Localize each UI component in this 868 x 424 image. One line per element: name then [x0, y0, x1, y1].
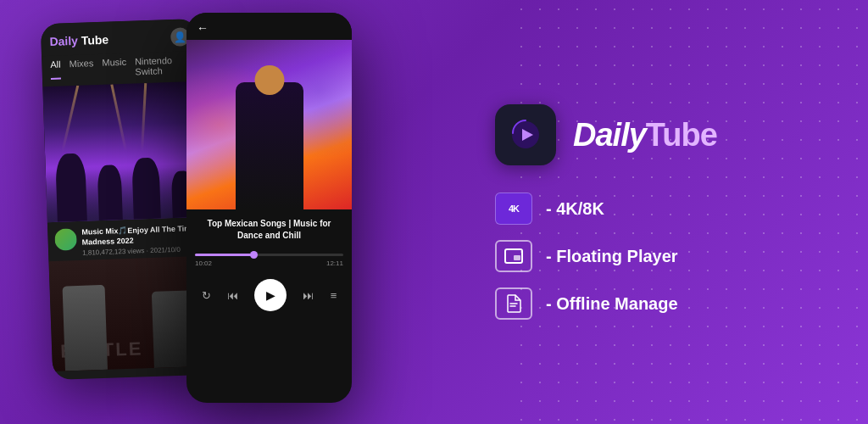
tab-nintendo[interactable]: Nintendo Switch — [135, 54, 191, 76]
title-daily: Daily — [49, 34, 81, 48]
tab-all[interactable]: All — [50, 59, 61, 80]
play-button[interactable]: ▶ — [254, 279, 287, 311]
offline-doc-svg — [506, 294, 521, 313]
feature-icon-offline — [495, 287, 532, 320]
feature-icon-player — [495, 240, 532, 272]
brand-icon-box — [495, 104, 556, 165]
feature-label-player: - Floating Player — [546, 247, 678, 266]
battle-figure-left — [63, 285, 108, 371]
musician-head — [254, 65, 284, 95]
video-title: Music Mix🎵Enjoy All The Time Madness 202… — [81, 224, 198, 248]
feature-label-offline: - Offline Manage — [546, 294, 678, 314]
title-tube: Tube — [81, 33, 109, 47]
phone-front-header: ← — [186, 13, 352, 40]
features-list: 4K - 4K/8K - Floating Player — [495, 192, 817, 320]
channel-avatar — [54, 228, 77, 251]
feature-item-4k: 4K - 4K/8K — [495, 192, 817, 225]
front-video-title: Top Mexican Songs | Music for Dance and … — [195, 218, 343, 242]
musician-body — [236, 82, 303, 209]
floating-player-svg — [504, 248, 523, 264]
video-meta-row: Music Mix🎵Enjoy All The Time Madness 202… — [47, 217, 206, 262]
phones-section: Daily Tube 👤 All Mixes Music Nintendo Sw… — [0, 0, 475, 424]
brand-play-icon — [509, 118, 542, 152]
brand-tube: Tube — [646, 117, 717, 153]
battle-thumbnail — [49, 256, 209, 371]
feature-label-4k: - 4K/8K — [546, 199, 604, 219]
feature-item-player: - Floating Player — [495, 240, 817, 272]
feature-item-offline: - Offline Manage — [495, 287, 817, 320]
video-info-section: Top Mexican Songs | Music for Dance and … — [186, 209, 352, 247]
repeat-button[interactable]: ↻ — [202, 289, 211, 302]
tab-music[interactable]: Music — [102, 57, 127, 78]
brand-row: DailyTube — [495, 104, 817, 165]
right-section: DailyTube 4K - 4K/8K - Floating Player — [478, 0, 868, 424]
progress-section: 10:02 12:11 — [186, 247, 352, 271]
progress-bar-bg[interactable] — [195, 254, 343, 256]
svg-rect-1 — [514, 255, 520, 260]
video-stats: 1,810,472,123 views · 2021/10/0 — [82, 245, 198, 257]
prev-button[interactable]: ⏮ — [227, 289, 238, 302]
time-labels: 10:02 12:11 — [195, 259, 343, 267]
time-current: 10:02 — [195, 259, 212, 267]
brand-name: DailyTube — [573, 117, 717, 153]
phone-back-mockup: Daily Tube 👤 All Mixes Music Nintendo Sw… — [41, 19, 210, 380]
video-player-area — [186, 40, 352, 209]
time-total: 12:11 — [326, 259, 343, 267]
phone-front-mockup: ← Top Mexican Songs | Music for Dance an… — [186, 13, 352, 403]
concert-thumbnail — [42, 81, 203, 222]
playlist-button[interactable]: ≡ — [331, 289, 337, 302]
progress-bar-fill — [195, 254, 254, 256]
phone-back-app-title: Daily Tube — [49, 33, 108, 48]
progress-dot — [250, 251, 258, 259]
tab-mixes[interactable]: Mixes — [69, 58, 94, 79]
player-controls: ↻ ⏮ ▶ ⏭ ≡ — [186, 271, 352, 320]
video-meta-text: Music Mix🎵Enjoy All The Time Madness 202… — [81, 224, 198, 257]
back-arrow-icon[interactable]: ← — [197, 21, 209, 35]
brand-daily: Daily — [573, 117, 646, 153]
next-button[interactable]: ⏭ — [303, 289, 314, 302]
feature-icon-4k: 4K — [495, 192, 532, 225]
musician-thumbnail — [186, 40, 352, 209]
